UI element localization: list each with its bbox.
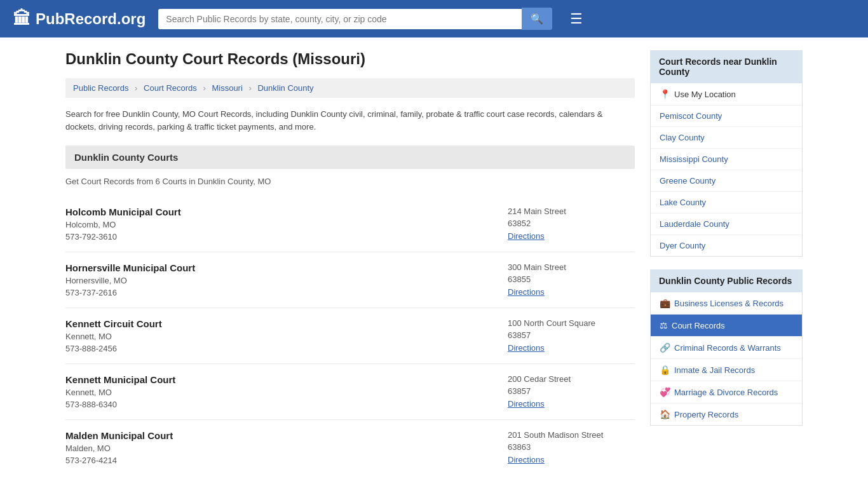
section-header: Dunklin County Courts (65, 146, 635, 169)
search-button[interactable]: 🔍 (522, 8, 552, 30)
sidebar-item-label: Property Records (674, 410, 738, 419)
court-right: 200 Cedar Street 63857 Directions (508, 374, 635, 409)
records-sidebar-item[interactable]: 💼Business Licenses & Records (651, 292, 802, 315)
records-sidebar-item[interactable]: 🔗Criminal Records & Warrants (651, 337, 802, 359)
records-title: Dunklin County Public Records (650, 269, 803, 292)
hamburger-icon: ☰ (570, 11, 583, 27)
court-left: Holcomb Municipal Court Holcomb, MO 573-… (65, 207, 181, 241)
breadcrumb: Public Records › Court Records › Missour… (65, 78, 635, 98)
nearby-box: Court Records near Dunklin County 📍Use M… (650, 50, 803, 257)
court-directions[interactable]: Directions (508, 287, 635, 297)
court-name: Holcomb Municipal Court (65, 207, 181, 217)
court-directions[interactable]: Directions (508, 342, 635, 353)
search-bar: 🔍 (158, 8, 552, 30)
nearby-sidebar-item[interactable]: Clay County (651, 127, 802, 149)
records-sidebar-item[interactable]: ⚖Court Records (651, 315, 802, 337)
court-zip: 63857 (508, 386, 635, 396)
court-address: 200 Cedar Street (508, 374, 635, 384)
menu-button[interactable]: ☰ (570, 11, 583, 27)
sidebar-item-label: Court Records (672, 321, 725, 330)
court-phone: 573-888-6340 (65, 400, 175, 409)
page-container: Dunklin County Court Records (Missouri) … (53, 37, 815, 488)
records-sidebar-item[interactable]: 🔒Inmate & Jail Records (651, 359, 802, 381)
court-phone: 573-888-2456 (65, 344, 162, 353)
search-icon: 🔍 (531, 13, 543, 24)
location-icon: 📍 (660, 89, 670, 99)
court-item: Hornersville Municipal Court Hornersvill… (65, 252, 635, 308)
court-directions[interactable]: Directions (508, 454, 635, 464)
court-left: Kennett Circuit Court Kennett, MO 573-88… (65, 318, 162, 353)
court-name: Hornersville Municipal Court (65, 262, 195, 273)
court-zip: 63857 (508, 330, 635, 340)
page-header: 🏛 PubRecord.org 🔍 ☰ (0, 0, 868, 37)
sidebar-item-label: Business Licenses & Records (674, 299, 783, 308)
court-name: Malden Municipal Court (65, 430, 173, 441)
breadcrumb-missouri[interactable]: Missouri (212, 83, 242, 93)
nearby-title: Court Records near Dunklin County (650, 50, 803, 83)
record-type-icon: 💼 (660, 298, 670, 308)
sidebar-item-label: Marriage & Divorce Records (674, 388, 778, 397)
court-city: Kennett, MO (65, 388, 175, 397)
record-type-icon: 🔒 (660, 365, 670, 375)
search-input[interactable] (158, 9, 522, 29)
court-city: Malden, MO (65, 444, 173, 453)
court-address: 201 South Madison Street (508, 430, 635, 440)
court-phone: 573-792-3610 (65, 232, 181, 241)
court-left: Kennett Municipal Court Kennett, MO 573-… (65, 374, 175, 409)
sidebar-item-label: Lauderdale County (660, 219, 729, 229)
court-address: 100 North Court Square (508, 318, 635, 328)
nearby-sidebar-item[interactable]: Mississippi County (651, 149, 802, 170)
nearby-sidebar-item[interactable]: 📍Use My Location (651, 83, 802, 105)
court-item: Kennett Municipal Court Kennett, MO 573-… (65, 364, 635, 420)
court-directions[interactable]: Directions (508, 398, 635, 409)
breadcrumb-dunklin-county[interactable]: Dunklin County (257, 83, 313, 93)
court-phone: 573-276-4214 (65, 456, 173, 465)
nearby-sidebar-item[interactable]: Lauderdale County (651, 214, 802, 235)
sidebar-item-label: Pemiscot County (660, 111, 722, 121)
court-right: 201 South Madison Street 63863 Direction… (508, 430, 635, 465)
courts-list: Holcomb Municipal Court Holcomb, MO 573-… (65, 196, 635, 475)
court-item: Kennett Circuit Court Kennett, MO 573-88… (65, 308, 635, 364)
nearby-sidebar-item[interactable]: Lake County (651, 192, 802, 214)
court-city: Hornersville, MO (65, 276, 195, 285)
directions-link[interactable]: Directions (508, 287, 545, 297)
sidebar-item-label: Use My Location (674, 90, 736, 99)
court-directions[interactable]: Directions (508, 231, 635, 241)
court-zip: 63852 (508, 219, 635, 228)
records-sidebar-item[interactable]: 🏠Property Records (651, 403, 802, 425)
directions-link[interactable]: Directions (508, 399, 545, 409)
nearby-sidebar-item[interactable]: Pemiscot County (651, 105, 802, 127)
records-box: Dunklin County Public Records 💼Business … (650, 269, 803, 426)
record-type-icon: ⚖ (660, 320, 668, 330)
court-address: 214 Main Street (508, 207, 635, 216)
section-subtitle: Get Court Records from 6 Courts in Dunkl… (65, 177, 635, 186)
court-zip: 63863 (508, 442, 635, 452)
record-type-icon: 🏠 (660, 409, 670, 419)
record-type-icon: 💞 (660, 387, 670, 397)
logo[interactable]: 🏛 PubRecord.org (13, 8, 146, 29)
sidebar-item-label: Criminal Records & Warrants (674, 343, 781, 353)
court-name: Kennett Circuit Court (65, 318, 162, 329)
court-left: Malden Municipal Court Malden, MO 573-27… (65, 430, 173, 465)
breadcrumb-public-records[interactable]: Public Records (73, 83, 128, 93)
court-item: Malden Municipal Court Malden, MO 573-27… (65, 420, 635, 475)
directions-link[interactable]: Directions (508, 343, 545, 353)
logo-text: PubRecord.org (36, 10, 146, 28)
sidebar-item-label: Dyer County (660, 241, 705, 250)
court-right: 100 North Court Square 63857 Directions (508, 318, 635, 353)
court-right: 214 Main Street 63852 Directions (508, 207, 635, 241)
nearby-sidebar-item[interactable]: Dyer County (651, 235, 802, 256)
sidebar-item-label: Lake County (660, 198, 706, 207)
court-right: 300 Main Street 63855 Directions (508, 262, 635, 297)
court-address: 300 Main Street (508, 262, 635, 272)
nearby-items: 📍Use My LocationPemiscot CountyClay Coun… (650, 83, 803, 257)
records-items: 💼Business Licenses & Records⚖Court Recor… (650, 292, 803, 426)
nearby-sidebar-item[interactable]: Greene County (651, 170, 802, 192)
court-zip: 63855 (508, 274, 635, 284)
sidebar-item-label: Clay County (660, 133, 705, 142)
breadcrumb-court-records[interactable]: Court Records (144, 83, 197, 93)
records-sidebar-item[interactable]: 💞Marriage & Divorce Records (651, 381, 802, 403)
directions-link[interactable]: Directions (508, 231, 545, 241)
directions-link[interactable]: Directions (508, 455, 545, 464)
court-city: Kennett, MO (65, 332, 162, 341)
